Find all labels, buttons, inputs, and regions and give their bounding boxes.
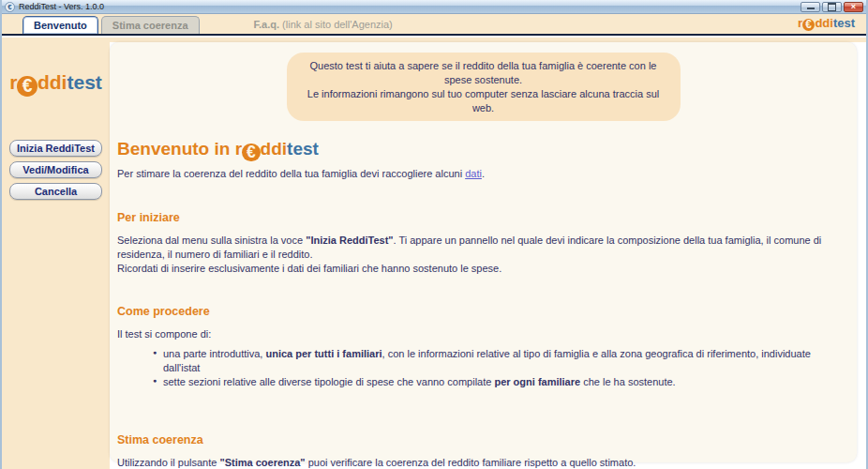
euro-icon: €: [802, 19, 815, 31]
faq-link[interactable]: F.a.q. (link al sito dell'Agenzia): [254, 19, 393, 34]
info-box-line1: Questo test ti aiuta a sapere se il redd…: [302, 59, 666, 87]
main-area: Questo test ti aiuta a sapere se il redd…: [110, 38, 866, 469]
page-title: Benvenuto in r€dditest: [117, 137, 849, 161]
tab-stima-coerenza[interactable]: Stima coerenza: [101, 16, 200, 34]
per-iniziare-paragraph: Seleziona dal menu sulla sinistra la voc…: [117, 234, 849, 276]
come-procedere-intro: Il test si compone di:: [117, 327, 849, 341]
list-item: sette sezioni relative alle diverse tipo…: [153, 375, 849, 389]
dati-link[interactable]: dati: [465, 168, 482, 179]
main-panel: Questo test ti aiuta a sapere se il redd…: [110, 42, 857, 462]
vedi-modifica-button[interactable]: Vedi/Modifica: [9, 161, 102, 178]
sidebar-menu: Inizia ReddiTest Vedi/Modifica Cancella: [2, 140, 110, 200]
restore-icon[interactable]: [822, 2, 842, 12]
tab-bar: Benvenuto Stima coerenza F.a.q. (link al…: [2, 14, 866, 36]
redditest-logo-sidebar: r€dditest: [2, 71, 110, 97]
euro-icon: €: [17, 76, 37, 97]
minimize-icon[interactable]: [801, 2, 820, 12]
info-box: Questo test ti aiuta a sapere se il redd…: [287, 53, 681, 121]
section-heading-stima-coerenza: Stima coerenza: [117, 432, 849, 448]
window-title: ReddiTest - Vers. 1.0.0: [19, 2, 801, 11]
titlebar: € ReddiTest - Vers. 1.0.0 ×: [2, 0, 866, 14]
window-controls: ×: [801, 2, 863, 12]
sidebar: r€dditest Inizia ReddiTest Vedi/Modifica…: [2, 38, 110, 469]
content-area: r€dditest Inizia ReddiTest Vedi/Modifica…: [2, 38, 866, 469]
faq-link-suffix: (link al sito dell'Agenzia): [279, 19, 393, 30]
section-heading-per-iniziare: Per iniziare: [117, 210, 849, 226]
section-heading-come-procedere: Come procedere: [117, 304, 849, 320]
redditest-logo-small: r€dditest: [798, 16, 855, 34]
info-box-line2: Le informazioni rimangono sul tuo comput…: [302, 87, 666, 115]
close-icon[interactable]: ×: [844, 2, 863, 12]
tab-benvenuto[interactable]: Benvenuto: [22, 16, 98, 34]
list-item: una parte introduttiva, unica per tutti …: [153, 347, 849, 375]
cancella-button[interactable]: Cancella: [9, 183, 102, 200]
intro-paragraph: Per stimare la coerenza del reddito dell…: [117, 167, 849, 181]
redditest-logo-inline: r€dditest: [235, 139, 319, 159]
come-procedere-list: una parte introduttiva, unica per tutti …: [153, 347, 849, 389]
app-window: € ReddiTest - Vers. 1.0.0 × Benvenuto St…: [0, 0, 868, 469]
euro-icon: €: [242, 144, 261, 162]
faq-link-label: F.a.q.: [254, 19, 280, 30]
inizia-redditest-button[interactable]: Inizia ReddiTest: [9, 140, 102, 157]
app-icon: €: [5, 2, 15, 12]
stima-coerenza-paragraph: Utilizzando il pulsante "Stima coerenza"…: [117, 456, 849, 469]
